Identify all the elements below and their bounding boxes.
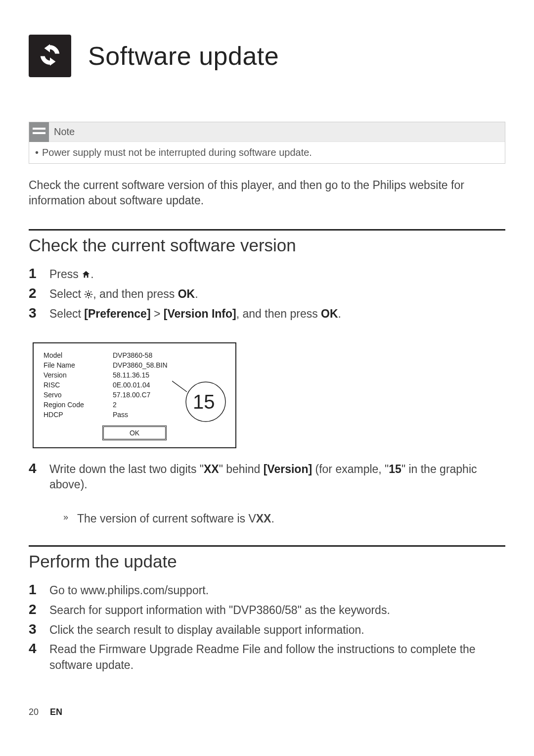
text-fragment: . xyxy=(195,287,198,300)
row-label: RISC xyxy=(44,381,113,389)
note-body: •Power supply must not be interrupted du… xyxy=(29,142,505,163)
page-title: Software update xyxy=(88,41,279,71)
title-bar: Software update xyxy=(29,35,505,77)
row-value: DVP3860-58 xyxy=(113,351,225,359)
step-text: Search for support information with "DVP… xyxy=(49,603,505,618)
callout-number: 15 xyxy=(193,391,215,413)
text-fragment: Write down the last two digits " xyxy=(49,463,204,475)
svg-line-7 xyxy=(86,291,87,292)
emph: 15 xyxy=(389,463,401,475)
cycle-arrows-icon xyxy=(37,42,63,70)
row-label: HDCP xyxy=(44,411,113,419)
text-fragment: Press xyxy=(49,268,82,281)
section-rule xyxy=(29,229,505,231)
callout-circle: 15 xyxy=(172,372,226,426)
note-label: Note xyxy=(49,126,75,138)
step-text: Press . xyxy=(49,267,505,283)
step-1: 1 Press . xyxy=(29,264,505,283)
step-4: 4Read the Firmware Upgrade Readme File a… xyxy=(29,639,505,672)
step-text: Click the search result to display avail… xyxy=(49,622,505,638)
ok-label: OK xyxy=(321,307,338,320)
step-number: 3 xyxy=(29,620,49,639)
note-text: Power supply must not be interrupted dur… xyxy=(42,147,312,158)
step-text: Read the Firmware Upgrade Readme File an… xyxy=(49,642,505,672)
text-fragment: The version of current software is V xyxy=(77,512,256,525)
section2-title: Perform the update xyxy=(29,552,505,571)
step-1: 1Go to www.philips.com/support. xyxy=(29,580,505,599)
ok-button-graphic: OK xyxy=(102,425,167,440)
update-icon-box xyxy=(29,35,71,77)
svg-point-2 xyxy=(88,293,90,295)
gear-icon xyxy=(84,287,93,303)
steps-perform-update: 1Go to www.philips.com/support. 2Search … xyxy=(29,580,505,672)
step-number: 1 xyxy=(29,264,49,283)
step-number: 1 xyxy=(29,580,49,599)
row-label: Servo xyxy=(44,391,113,399)
step-text: Select , and then press OK. xyxy=(49,286,505,303)
text-fragment: Select xyxy=(49,287,84,300)
section1-title: Check the current software version xyxy=(29,236,505,255)
step-number: 4 xyxy=(29,459,49,478)
note-icon-box xyxy=(29,122,49,142)
substep-text: The version of current software is VXX. xyxy=(77,512,274,525)
note-box: Note •Power supply must not be interrupt… xyxy=(29,122,505,164)
ok-label: OK xyxy=(178,287,195,300)
emph: XX xyxy=(204,463,219,475)
step-text: Go to www.philips.com/support. xyxy=(49,583,505,598)
svg-line-10 xyxy=(86,296,87,297)
version-info-figure: ModelDVP3860-58 File NameDVP3860_58.BIN … xyxy=(33,342,236,448)
menu-path-label: [Preference] xyxy=(84,307,150,320)
step-3: 3Click the search result to display avai… xyxy=(29,620,505,639)
emph: XX xyxy=(256,512,271,525)
svg-line-12 xyxy=(172,381,187,392)
result-arrow-icon: » xyxy=(63,512,68,525)
home-icon xyxy=(82,268,90,283)
intro-paragraph: Check the current software version of th… xyxy=(29,178,505,208)
svg-line-8 xyxy=(90,296,91,297)
svg-rect-0 xyxy=(33,128,45,130)
row-label: File Name xyxy=(44,361,113,369)
step-number: 3 xyxy=(29,304,49,323)
row-value: DVP3860_58.BIN xyxy=(113,361,225,369)
step-number: 2 xyxy=(29,284,49,303)
text-fragment: Select xyxy=(49,307,84,320)
step-4: 4 Write down the last two digits "XX" be… xyxy=(29,459,505,492)
page-footer: 20 EN xyxy=(29,707,62,717)
text-fragment: , and then press xyxy=(236,307,321,320)
text-fragment: . xyxy=(271,512,274,525)
step-2: 2 Select , and then press OK. xyxy=(29,284,505,303)
svg-rect-1 xyxy=(33,132,45,134)
svg-line-9 xyxy=(90,291,91,292)
section-rule xyxy=(29,545,505,547)
document-page: Software update Note •Power supply must … xyxy=(0,0,534,756)
text-fragment: . xyxy=(90,268,93,281)
text-fragment: , and then press xyxy=(93,287,178,300)
menu-path-label: [Version Info] xyxy=(164,307,236,320)
page-number: 20 xyxy=(29,707,39,717)
page-lang: EN xyxy=(50,707,62,717)
step-3: 3 Select [Preference] > [Version Info], … xyxy=(29,304,505,323)
steps-check-version-cont: 4 Write down the last two digits "XX" be… xyxy=(29,459,505,492)
step-4-substep: » The version of current software is VXX… xyxy=(63,512,505,525)
row-label: Model xyxy=(44,351,113,359)
emph: [Version] xyxy=(264,463,312,475)
step-number: 4 xyxy=(29,639,49,658)
text-fragment: > xyxy=(151,307,164,320)
row-label: Region Code xyxy=(44,401,113,409)
text-fragment: " behind xyxy=(219,463,264,475)
step-2: 2Search for support information with "DV… xyxy=(29,600,505,619)
row-label: Version xyxy=(44,371,113,379)
step-number: 2 xyxy=(29,600,49,619)
text-fragment: . xyxy=(338,307,341,320)
steps-check-version: 1 Press . 2 Select , and then press OK. … xyxy=(29,264,505,323)
step-text: Select [Preference] > [Version Info], an… xyxy=(49,306,505,322)
text-fragment: (for example, " xyxy=(312,463,389,475)
step-text: Write down the last two digits "XX" behi… xyxy=(49,462,505,492)
note-lines-icon xyxy=(33,126,45,138)
note-header: Note xyxy=(29,122,505,142)
